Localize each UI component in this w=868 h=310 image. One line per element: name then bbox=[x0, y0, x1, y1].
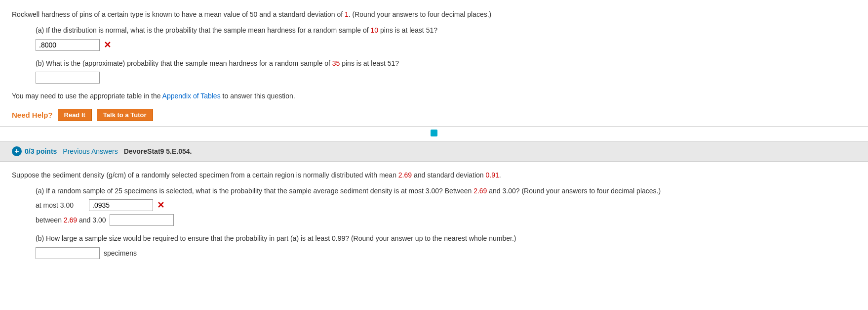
at-most-label: at most 3.00 bbox=[36, 201, 85, 209]
between-input[interactable] bbox=[110, 214, 174, 226]
section2-part-a-label: (a) If a random sample of 25 specimens i… bbox=[36, 185, 856, 196]
specimens-row: specimens bbox=[36, 247, 856, 259]
specimens-input[interactable] bbox=[36, 247, 100, 259]
collapse-dot bbox=[431, 130, 437, 136]
part-b-highlight: 35 bbox=[332, 59, 340, 67]
previous-answers-link[interactable]: Previous Answers bbox=[63, 147, 118, 155]
mean-highlight: 2.69 bbox=[398, 171, 412, 179]
points-text: 0/3 points bbox=[25, 147, 57, 155]
section2-part-a: (a) If a random sample of 25 specimens i… bbox=[36, 185, 856, 226]
part-b-input-row bbox=[36, 72, 856, 84]
section-1: Rockwell hardness of pins of a certain t… bbox=[0, 0, 868, 127]
collapse-indicator bbox=[0, 127, 868, 141]
talk-to-tutor-button[interactable]: Talk to a Tutor bbox=[97, 109, 153, 121]
problem-id: DevoreStat9 5.E.054. bbox=[124, 147, 192, 155]
part-a-label: (a) If the distribution is normal, what … bbox=[36, 25, 856, 36]
read-it-button[interactable]: Read It bbox=[58, 109, 92, 121]
stddev-highlight2: 0.91 bbox=[486, 171, 499, 179]
stddev-highlight: 1 bbox=[345, 10, 349, 18]
part-a-block: (a) If the distribution is normal, what … bbox=[36, 25, 856, 50]
part-a-input[interactable] bbox=[36, 39, 100, 51]
section2-intro: Suppose the sediment density (g/cm) of a… bbox=[12, 170, 856, 180]
at-most-input[interactable] bbox=[89, 199, 153, 211]
at-most-row: at most 3.00 ✕ bbox=[36, 199, 856, 211]
part-a-error-icon: ✕ bbox=[104, 40, 111, 50]
part-b-label: (b) What is the (approximate) probabilit… bbox=[36, 58, 856, 69]
part-a-input-row: ✕ bbox=[36, 39, 856, 51]
between-label: between 2.69 and 3.00 bbox=[36, 216, 106, 224]
part-b-input[interactable] bbox=[36, 72, 100, 84]
appendix-link[interactable]: Appendix of Tables bbox=[162, 92, 221, 100]
points-badge: + 0/3 points bbox=[12, 146, 57, 156]
section2-part-b-label: (b) How large a sample size would be req… bbox=[36, 233, 856, 244]
section2-part-b: (b) How large a sample size would be req… bbox=[36, 233, 856, 259]
need-help-row: Need Help? Read It Talk to a Tutor bbox=[12, 109, 856, 121]
part-b-block: (b) What is the (approximate) probabilit… bbox=[36, 58, 856, 84]
section2-body: Suppose the sediment density (g/cm) of a… bbox=[0, 162, 868, 274]
specimens-label: specimens bbox=[104, 249, 137, 257]
footer-text: You may need to use the appropriate tabl… bbox=[12, 90, 856, 101]
section1-intro: Rockwell hardness of pins of a certain t… bbox=[12, 9, 856, 20]
at-most-error-icon: ✕ bbox=[157, 200, 164, 211]
between-row: between 2.69 and 3.00 bbox=[36, 214, 856, 226]
between-val-highlight: 2.69 bbox=[64, 216, 77, 224]
between-highlight: 2.69 bbox=[473, 187, 487, 195]
need-help-label: Need Help? bbox=[12, 111, 53, 119]
part-a-highlight: 10 bbox=[371, 26, 379, 34]
section2-header: + 0/3 points Previous Answers DevoreStat… bbox=[0, 141, 868, 162]
plus-circle-icon[interactable]: + bbox=[12, 146, 22, 156]
